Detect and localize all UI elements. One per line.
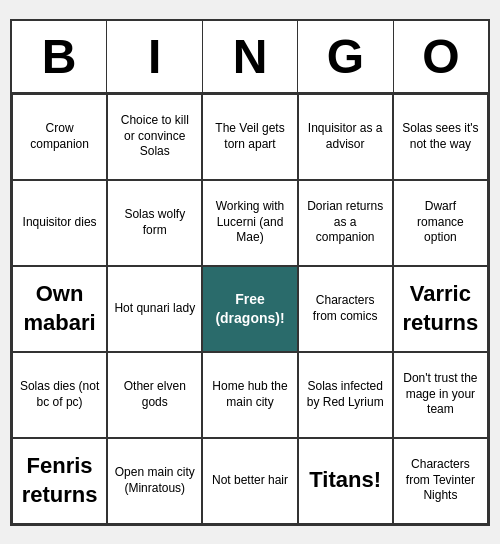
bingo-cell-4: Solas sees it's not the way	[393, 94, 488, 180]
bingo-cell-22: Not better hair	[202, 438, 297, 524]
bingo-cell-1: Choice to kill or convince Solas	[107, 94, 202, 180]
bingo-cell-23: Titans!	[298, 438, 393, 524]
bingo-letter-n: N	[203, 21, 298, 92]
bingo-cell-6: Solas wolfy form	[107, 180, 202, 266]
bingo-cell-3: Inquisitor as a advisor	[298, 94, 393, 180]
bingo-cell-16: Other elven gods	[107, 352, 202, 438]
bingo-cell-2: The Veil gets torn apart	[202, 94, 297, 180]
bingo-cell-19: Don't trust the mage in your team	[393, 352, 488, 438]
bingo-letter-i: I	[107, 21, 202, 92]
bingo-letter-b: B	[12, 21, 107, 92]
bingo-letter-g: G	[298, 21, 393, 92]
bingo-cell-11: Hot qunari lady	[107, 266, 202, 352]
bingo-cell-18: Solas infected by Red Lyrium	[298, 352, 393, 438]
bingo-cell-9: Dwarf romance option	[393, 180, 488, 266]
bingo-cell-14: Varric returns	[393, 266, 488, 352]
bingo-cell-0: Crow companion	[12, 94, 107, 180]
bingo-letter-o: O	[394, 21, 488, 92]
bingo-grid: Crow companionChoice to kill or convince…	[12, 94, 488, 524]
bingo-cell-7: Working with Lucerni (and Mae)	[202, 180, 297, 266]
bingo-cell-8: Dorian returns as a companion	[298, 180, 393, 266]
bingo-cell-10: Own mabari	[12, 266, 107, 352]
bingo-cell-13: Characters from comics	[298, 266, 393, 352]
bingo-cell-12: Free (dragons)!	[202, 266, 297, 352]
bingo-cell-24: Characters from Tevinter Nights	[393, 438, 488, 524]
bingo-header: BINGO	[12, 21, 488, 94]
bingo-card: BINGO Crow companionChoice to kill or co…	[10, 19, 490, 526]
bingo-cell-17: Home hub the main city	[202, 352, 297, 438]
bingo-cell-20: Fenris returns	[12, 438, 107, 524]
bingo-cell-5: Inquisitor dies	[12, 180, 107, 266]
bingo-cell-21: Open main city (Minratous)	[107, 438, 202, 524]
bingo-cell-15: Solas dies (not bc of pc)	[12, 352, 107, 438]
